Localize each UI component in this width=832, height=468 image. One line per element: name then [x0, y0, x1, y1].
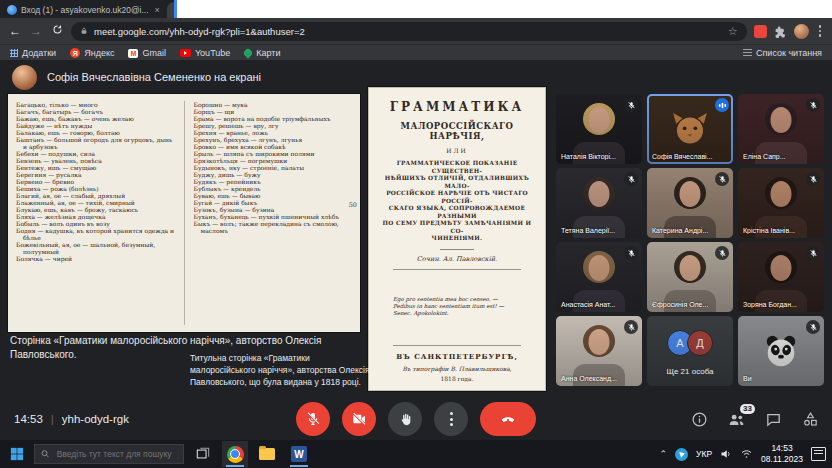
dictionary-entry: Бляха — желѣзная дощечка — [16, 213, 175, 220]
bookmark-item[interactable]: MGmail — [128, 48, 166, 58]
tray-expand-icon[interactable]: ⌃ — [660, 449, 668, 459]
chat-panel-button[interactable] — [763, 409, 783, 429]
dictionary-entry: Бебехи — подушки, сила — [16, 150, 175, 157]
taskbar-clock[interactable]: 14:53 08.11.2023 — [761, 443, 803, 464]
reading-list-button[interactable]: Список читання — [743, 48, 822, 58]
url-text: meet.google.com/yhh-odyd-rgk?pli=1&authu… — [94, 26, 722, 37]
bookmark-item[interactable]: YouTube — [180, 48, 230, 58]
mic-toggle-button[interactable] — [296, 402, 330, 436]
dictionary-entry: Бевзень — увалень, повѣса — [16, 157, 175, 164]
extension-icon[interactable] — [754, 25, 767, 38]
imprint-printer: Въ типографіи В. Плавильщикова, — [402, 365, 511, 372]
gmail-icon: M — [128, 49, 138, 58]
participant-tile[interactable]: Анастасія Анат... — [556, 242, 642, 312]
task-view-button[interactable] — [190, 441, 216, 467]
more-options-button[interactable] — [434, 402, 468, 436]
participant-tile[interactable]: Наталія Вікторі... — [556, 94, 642, 164]
participant-name: Еліна Сапр... — [743, 153, 786, 160]
telegram-tray-icon[interactable] — [675, 448, 688, 461]
browser-menu-icon[interactable] — [816, 25, 825, 37]
book-or: ИЛИ — [446, 147, 467, 154]
dictionary-entry: Болячка — чирей — [16, 255, 175, 262]
camera-toggle-button[interactable] — [342, 402, 376, 436]
lock-icon — [80, 26, 88, 36]
back-icon[interactable]: ← — [8, 24, 22, 38]
taskbar-chrome-button[interactable] — [222, 441, 248, 467]
browser-tab-mail[interactable]: Вход (1) - asyakovenko.uk20@i... × — [0, 2, 167, 18]
bookmark-star-icon[interactable]: ☆ — [728, 26, 738, 37]
imprint-year: 1818 года. — [440, 375, 473, 382]
dictionary-entry: Благий, ая, ое — слабый, дряхлый — [16, 192, 175, 199]
leave-call-button[interactable] — [480, 402, 536, 436]
profile-avatar[interactable] — [794, 24, 809, 39]
participant-tile[interactable]: Тетяна Валерії... — [556, 168, 642, 238]
network-icon[interactable] — [740, 448, 753, 460]
book-description-line: СКАГО ЯЗЫКА, СОПРОВОЖДАЕМОЕ РАЗНЫМИ — [379, 205, 535, 220]
more-vert-icon — [450, 412, 453, 426]
participant-tile[interactable]: Крістіна Іванів... — [738, 168, 824, 238]
extensions-puzzle-icon[interactable] — [774, 25, 787, 38]
address-bar[interactable]: meet.google.com/yhh-odyd-rgk?pli=1&authu… — [71, 22, 747, 41]
search-icon — [41, 449, 50, 459]
refresh-icon[interactable] — [50, 24, 64, 38]
meeting-details-button[interactable] — [689, 409, 709, 429]
divider — [393, 345, 521, 346]
participant-name: Софія Вячеславі... — [652, 153, 713, 160]
mic-muted-icon — [624, 246, 638, 260]
taskbar-word-button[interactable] — [286, 441, 312, 467]
dictionary-entry: Брязкотѣльця — погремушки — [194, 157, 353, 164]
mic-muted-icon — [715, 246, 729, 260]
dictionary-entry: Буджу, дишь — бужу — [194, 171, 353, 178]
action-center-icon[interactable] — [811, 447, 826, 461]
tab-close-icon[interactable]: × — [155, 5, 160, 15]
dictionary-entry: Брыль — шляпа съ широкими полями — [194, 150, 353, 157]
presenting-banner-text: Софія Вячеславівна Семененко на екрані — [47, 71, 261, 83]
bookmark-label: Додатки — [22, 48, 56, 58]
bookmark-item[interactable]: Додатки — [10, 48, 56, 58]
participants-grid: Наталія Вікторі...Софія Вячеславі...Елін… — [556, 94, 824, 386]
divider — [440, 249, 474, 250]
more-participants-label: Ще 21 особа — [647, 367, 733, 376]
people-count-badge: 33 — [740, 404, 755, 414]
start-button[interactable] — [6, 442, 28, 466]
folder-icon — [259, 448, 275, 460]
bookmark-item[interactable]: ЯЯндекс — [70, 48, 114, 58]
more-participants-tile[interactable]: АДЩе 21 особа — [647, 316, 733, 386]
mail-favicon-icon — [7, 5, 17, 15]
dictionary-entry: Брехня — вранье, ложь — [194, 129, 353, 136]
info-icon — [691, 411, 708, 428]
mic-off-icon — [305, 411, 321, 427]
taskbar-search[interactable] — [34, 444, 184, 464]
browser-tab-meet[interactable]: Meet: "yhh-odyd-rgk" × — [167, 2, 832, 18]
language-indicator[interactable]: УКР — [696, 449, 712, 459]
taskbar-explorer-button[interactable] — [254, 441, 280, 467]
volume-icon[interactable] — [720, 448, 732, 460]
screen: Вход (1) - asyakovenko.uk20@i... × Meet:… — [0, 0, 832, 468]
activities-button[interactable] — [800, 409, 820, 429]
participant-tile[interactable]: Анна Олександ... — [556, 316, 642, 386]
divider: | — [51, 413, 54, 425]
people-panel-button[interactable]: 33 — [726, 409, 746, 429]
raise-hand-button[interactable] — [388, 402, 422, 436]
participant-tile[interactable]: Еліна Сапр... — [738, 94, 824, 164]
taskbar-search-input[interactable] — [55, 448, 177, 460]
bookmark-item[interactable]: Карти — [244, 48, 280, 58]
participant-tile[interactable]: Софія Вячеславі... — [647, 94, 733, 164]
browser-tab-strip: Вход (1) - asyakovenko.uk20@i... × Meet:… — [0, 0, 832, 18]
book-description-line: ПО СЕМУ ПРЕДМѢТУ ЗАМѢЧАНІЯМИ И СО- — [379, 220, 535, 235]
book-description-line: НѢЙШИХЪ ОТЛИЧІЙ, ОТДАЛИВШИХЪ МАЛО- — [379, 175, 535, 190]
yandex-icon: Я — [70, 48, 80, 58]
forward-icon[interactable]: → — [29, 24, 43, 38]
participant-tile[interactable]: Катерина Андрі... — [647, 168, 733, 238]
dictionary-entry: Блаженный, ая, ое — тихій, смирный — [16, 199, 175, 206]
windows-logo-icon — [10, 447, 24, 461]
page-number: 50 — [349, 201, 357, 209]
task-view-icon — [196, 447, 210, 461]
participant-tile[interactable]: Єфросинія Оле... — [647, 242, 733, 312]
self-tile[interactable]: Ви — [738, 316, 824, 386]
participant-name: Наталія Вікторі... — [561, 153, 616, 160]
chrome-icon — [227, 446, 244, 463]
youtube-icon — [180, 49, 191, 57]
dictionary-entry: Баштанъ — большой огородъ для огурцовъ, … — [16, 136, 175, 150]
participant-tile[interactable]: Зоряна Богдан... — [738, 242, 824, 312]
